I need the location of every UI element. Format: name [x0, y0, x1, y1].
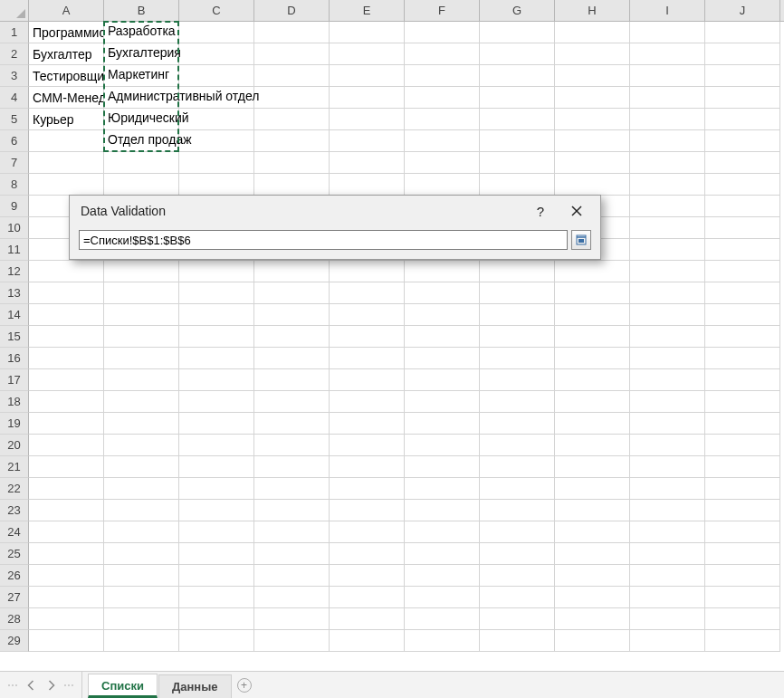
cell-D18[interactable]: [254, 391, 330, 413]
cell-H4[interactable]: [555, 87, 630, 109]
cell-J3[interactable]: [705, 65, 780, 87]
cell-I6[interactable]: [630, 130, 705, 152]
cell-J25[interactable]: [705, 543, 780, 565]
cell-C3[interactable]: [179, 65, 254, 87]
cell-E14[interactable]: [330, 304, 405, 326]
cell-F8[interactable]: [405, 174, 480, 196]
cell-B19[interactable]: [104, 413, 179, 435]
cell-G29[interactable]: [480, 630, 555, 652]
cell-I21[interactable]: [630, 456, 705, 478]
cell-B17[interactable]: [104, 369, 179, 391]
cell-A16[interactable]: [29, 348, 104, 369]
cell-G24[interactable]: [480, 521, 555, 543]
cell-C7[interactable]: [179, 152, 254, 174]
cell-B27[interactable]: [104, 587, 179, 608]
cell-I27[interactable]: [630, 587, 705, 608]
row-header[interactable]: 27: [0, 587, 29, 608]
cell-F22[interactable]: [405, 478, 480, 500]
cell-B3[interactable]: Маркетинг: [104, 65, 179, 87]
cell-H26[interactable]: [555, 565, 630, 587]
cell-D6[interactable]: [254, 130, 330, 152]
cell-H15[interactable]: [555, 326, 630, 348]
cell-H8[interactable]: [555, 174, 630, 196]
row-header[interactable]: 19: [0, 413, 29, 435]
cell-B20[interactable]: [104, 435, 179, 456]
row-header[interactable]: 12: [0, 261, 29, 282]
cell-I5[interactable]: [630, 109, 705, 130]
cell-H13[interactable]: [555, 282, 630, 304]
cell-A29[interactable]: [29, 630, 104, 652]
cell-A5[interactable]: Курьер: [29, 109, 104, 130]
cell-C13[interactable]: [179, 282, 254, 304]
cell-A20[interactable]: [29, 435, 104, 456]
cell-A2[interactable]: Бухгалтер: [29, 43, 104, 65]
row-header[interactable]: 11: [0, 239, 29, 261]
cell-C28[interactable]: [179, 608, 254, 630]
cell-D7[interactable]: [254, 152, 330, 174]
column-header[interactable]: A: [29, 0, 104, 21]
cell-H22[interactable]: [555, 478, 630, 500]
cells-grid[interactable]: ПрограммистРазработкаБухгалтерБухгалтери…: [29, 22, 784, 671]
cell-F3[interactable]: [405, 65, 480, 87]
cell-I11[interactable]: [630, 239, 705, 261]
row-header[interactable]: 17: [0, 369, 29, 391]
cell-J18[interactable]: [705, 391, 780, 413]
cell-A8[interactable]: [29, 174, 104, 196]
cell-G7[interactable]: [480, 152, 555, 174]
cell-G8[interactable]: [480, 174, 555, 196]
cell-B15[interactable]: [104, 326, 179, 348]
cell-I2[interactable]: [630, 43, 705, 65]
cell-J24[interactable]: [705, 521, 780, 543]
column-header[interactable]: D: [254, 0, 330, 21]
cell-A7[interactable]: [29, 152, 104, 174]
cell-J20[interactable]: [705, 435, 780, 456]
cell-E7[interactable]: [330, 152, 405, 174]
cell-B26[interactable]: [104, 565, 179, 587]
cell-F15[interactable]: [405, 326, 480, 348]
column-header[interactable]: B: [104, 0, 179, 21]
cell-H3[interactable]: [555, 65, 630, 87]
cell-F6[interactable]: [405, 130, 480, 152]
cell-D2[interactable]: [254, 43, 330, 65]
cell-C20[interactable]: [179, 435, 254, 456]
cell-G5[interactable]: [480, 109, 555, 130]
cell-J8[interactable]: [705, 174, 780, 196]
cell-J7[interactable]: [705, 152, 780, 174]
cell-I17[interactable]: [630, 369, 705, 391]
cell-A1[interactable]: Программист: [29, 22, 104, 43]
column-header[interactable]: E: [330, 0, 405, 21]
cell-B25[interactable]: [104, 543, 179, 565]
cell-H28[interactable]: [555, 608, 630, 630]
cell-J22[interactable]: [705, 478, 780, 500]
cell-C19[interactable]: [179, 413, 254, 435]
cell-D28[interactable]: [254, 608, 330, 630]
cell-I9[interactable]: [630, 196, 705, 217]
cell-I24[interactable]: [630, 521, 705, 543]
row-header[interactable]: 26: [0, 565, 29, 587]
cell-C5[interactable]: [179, 109, 254, 130]
cell-D26[interactable]: [254, 565, 330, 587]
cell-J19[interactable]: [705, 413, 780, 435]
column-header[interactable]: F: [405, 0, 480, 21]
cell-D14[interactable]: [254, 304, 330, 326]
cell-H7[interactable]: [555, 152, 630, 174]
cell-J2[interactable]: [705, 43, 780, 65]
cell-E29[interactable]: [330, 630, 405, 652]
cell-F23[interactable]: [405, 500, 480, 521]
cell-I19[interactable]: [630, 413, 705, 435]
cell-F24[interactable]: [405, 521, 480, 543]
cell-D24[interactable]: [254, 521, 330, 543]
cell-G18[interactable]: [480, 391, 555, 413]
cell-F2[interactable]: [405, 43, 480, 65]
cell-A3[interactable]: Тестировщик: [29, 65, 104, 87]
row-header[interactable]: 23: [0, 500, 29, 521]
cell-H25[interactable]: [555, 543, 630, 565]
cell-H18[interactable]: [555, 391, 630, 413]
cell-H23[interactable]: [555, 500, 630, 521]
cell-H21[interactable]: [555, 456, 630, 478]
help-button[interactable]: ?: [522, 198, 559, 224]
cell-D4[interactable]: [254, 87, 330, 109]
sheet-tab[interactable]: Данные: [158, 674, 232, 698]
cell-E3[interactable]: [330, 65, 405, 87]
cell-I12[interactable]: [630, 261, 705, 282]
